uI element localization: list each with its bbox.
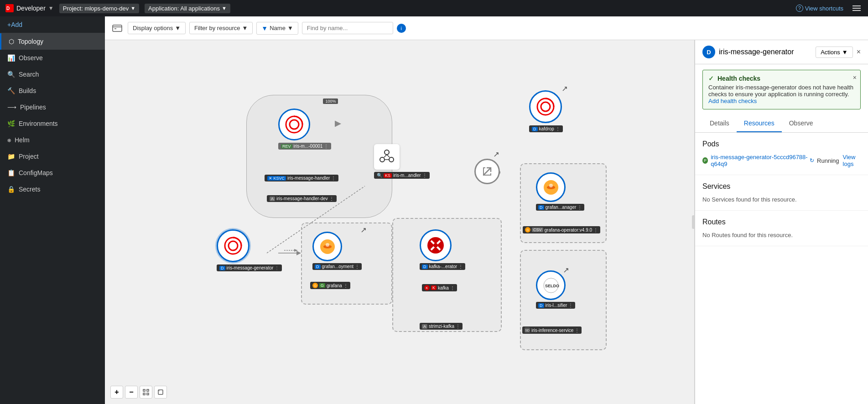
developer-logo[interactable]: D Developer ▼ [5, 4, 54, 12]
question-icon: ? [796, 5, 803, 12]
node-iris-handler-dev[interactable]: A iris-message-handler-dev ⋮ [267, 195, 337, 202]
sidebar-helm-label: Helm [15, 136, 30, 144]
tab-observe[interactable]: Observe [782, 115, 821, 132]
traffic-arrow [335, 121, 341, 129]
svg-rect-34 [147, 389, 149, 391]
tab-resources[interactable]: Resources [737, 115, 782, 132]
hamburger-menu[interactable] [851, 4, 863, 13]
sidebar-item-configmaps[interactable]: 📋 ConfigMaps [0, 165, 105, 181]
sidebar-item-builds[interactable]: 🔨 Builds [0, 83, 105, 99]
close-panel-btn[interactable]: × [857, 48, 861, 56]
sidebar-configmaps-label: ConfigMaps [19, 169, 53, 176]
project-selector[interactable]: Project: mlops-demo-dev ▼ [59, 4, 139, 13]
node-circle-iris-m-00001 [278, 109, 310, 140]
sidebar-item-project[interactable]: 📁 Project [0, 148, 105, 165]
generator-arrow [284, 248, 298, 253]
node-kafdrop[interactable]: D kafdrop ⋮ [529, 90, 563, 132]
no-services-text: No Services found for this resource. [702, 196, 861, 203]
filter-by-resource-btn[interactable]: Filter by resource ▼ [189, 22, 253, 34]
actions-chevron: ▼ [842, 49, 848, 56]
node-grafan-anager[interactable]: D grafan...anager ⋮ [536, 172, 584, 211]
node-kafka[interactable]: K K kafka ⋮ [422, 284, 457, 291]
project-icon: 📁 [7, 153, 15, 160]
svg-point-13 [385, 150, 389, 155]
sidebar: +Add ⬡ Topology 📊 Observe 🔍 Search 🔨 Bui… [0, 16, 105, 404]
reset-view-btn[interactable] [154, 386, 167, 399]
zoom-out-btn[interactable]: − [125, 386, 138, 399]
developer-dropdown[interactable]: ▼ [48, 5, 54, 11]
sidebar-item-environments[interactable]: 🌿 Environments [0, 115, 105, 132]
panel-title-group: D iris-message-generator [702, 46, 794, 58]
sidebar-item-pipelines[interactable]: ⟶ Pipelines [0, 99, 105, 115]
info-button[interactable]: i [397, 24, 406, 33]
pods-section-title: Pods [702, 140, 861, 148]
display-options-btn[interactable]: Display options ▼ [128, 22, 186, 34]
svg-rect-33 [143, 389, 145, 391]
svg-point-20 [541, 102, 550, 111]
panel-resize-handle[interactable] [692, 215, 695, 229]
view-shortcuts-label: View shortcuts [805, 5, 843, 12]
services-section: Services No Services found for this reso… [695, 175, 868, 211]
node-strimzi-kafka[interactable]: A strimzi-kafka ⋮ [420, 323, 463, 330]
node-grafana-app[interactable]: G G grafana ⋮ [310, 282, 350, 289]
svg-point-14 [380, 157, 385, 162]
node-kafka-erator[interactable]: D kafka-...erator ⋮ [420, 229, 465, 270]
developer-label: Developer [16, 5, 46, 12]
sidebar-topology-label: Topology [18, 38, 43, 45]
pod-name-link[interactable]: iris-message-generator-5cccd96788-q64q9 [711, 154, 810, 167]
external-icon-small [494, 151, 499, 159]
sidebar-item-observe[interactable]: 📊 Observe [0, 50, 105, 66]
grafana-deploy-circle [312, 232, 342, 261]
pod-name-group: P iris-message-generator-5cccd96788-q64q… [702, 154, 810, 167]
sidebar-item-topology[interactable]: ⬡ Topology [0, 33, 105, 50]
sidebar-item-helm[interactable]: ⎈ Helm [0, 132, 105, 148]
iris-generator-circle [217, 229, 249, 262]
filter-resource-chevron: ▼ [242, 25, 248, 31]
node-iris-message-handler[interactable]: ✕ KSVC iris-message-handler ⋮ [265, 175, 338, 181]
kafdrop-label: D kafdrop ⋮ [529, 125, 563, 132]
view-logs-link[interactable]: View logs [843, 154, 861, 167]
node-grafana-operator-csv[interactable]: G CSV grafana-operator:v4.9.0 ⋮ [523, 226, 600, 233]
filter-by-resource-label: Filter by resource [194, 25, 240, 31]
sidebar-item-secrets[interactable]: 🔒 Secrets [0, 181, 105, 197]
pod-actions-group: ↻ Running View logs [810, 154, 861, 167]
observe-icon: 📊 [7, 54, 15, 62]
node-label-iris-m-00001: REV iris-m...-00001 ⋮ [278, 143, 331, 150]
panel-title-icon: D [702, 46, 715, 58]
node-label-ksvc: ✕ KSVC iris-message-handler ⋮ [265, 175, 338, 181]
node-external-link[interactable] [474, 159, 500, 184]
app-label: Application: All applications [148, 5, 220, 12]
actions-label: Actions [821, 49, 840, 56]
grafana-deploy-ext-icon [361, 227, 366, 234]
node-iris-m-00001[interactable]: 100% REV iris-m...-00001 [278, 109, 331, 150]
refresh-icon: ↻ [810, 157, 814, 164]
actions-dropdown[interactable]: Actions ▼ [816, 47, 853, 58]
tab-details[interactable]: Details [702, 115, 737, 132]
zoom-in-btn[interactable]: + [110, 386, 123, 399]
import-btn[interactable] [110, 21, 124, 35]
project-dropdown-icon: ▼ [130, 5, 135, 11]
health-check-close-btn[interactable]: × [853, 74, 857, 81]
app-selector[interactable]: Application: All applications ▼ [145, 4, 230, 13]
pipelines-icon: ⟶ [7, 104, 16, 111]
node-kafka-source[interactable]: 🔍 KS iris-m...andler ⋮ [374, 144, 430, 179]
health-check-message: Container iris-message-generator does no… [708, 84, 853, 98]
search-input[interactable] [302, 22, 393, 34]
node-iris-inference-service[interactable]: SD iris-inference-service ⋮ [522, 326, 582, 334]
view-shortcuts-link[interactable]: ? View shortcuts [796, 5, 843, 12]
svg-point-26 [326, 243, 329, 247]
no-routes-text: No Routes found for this resource. [702, 232, 861, 238]
node-iris-message-generator[interactable]: D iris-message-generator ⋮ [217, 229, 282, 271]
add-button[interactable]: +Add [0, 16, 105, 33]
node-grafan-oyment[interactable]: D grafan...oyment ⋮ [312, 232, 362, 270]
builds-icon: 🔨 [7, 87, 15, 94]
fit-to-screen-btn[interactable] [140, 386, 152, 399]
kafdrop-circle [529, 90, 562, 123]
filter-name-btn[interactable]: ▼ Name ▼ [256, 22, 298, 35]
filter-icon: ▼ [261, 25, 268, 32]
sidebar-builds-label: Builds [19, 87, 36, 94]
sidebar-item-search[interactable]: 🔍 Search [0, 66, 105, 83]
add-health-checks-link[interactable]: Add health checks [708, 98, 757, 104]
node-iris-sifier[interactable]: SELDON D iris-l...sifier ⋮ [536, 270, 575, 309]
node-label-iris-mandler: 🔍 KS iris-m...andler ⋮ [374, 172, 430, 179]
